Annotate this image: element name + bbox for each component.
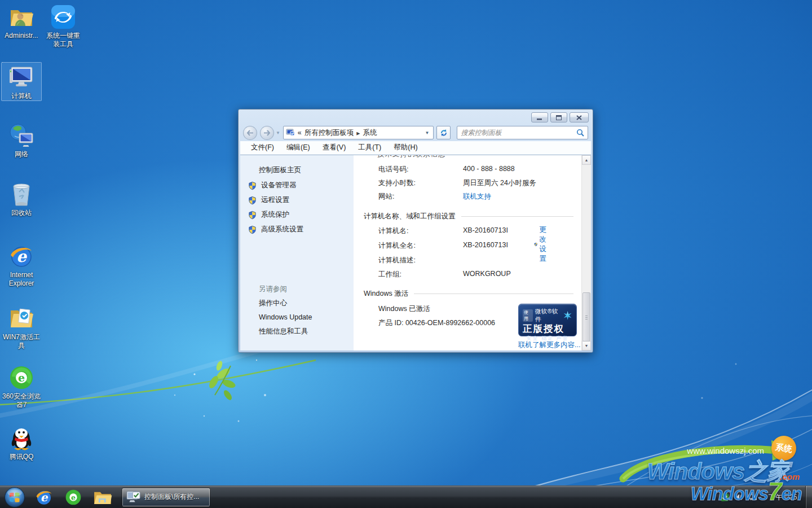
watermark-dotcom: .com (780, 472, 800, 481)
menu-file[interactable]: 文件(F) (245, 141, 280, 154)
tray-network-icon[interactable] (748, 493, 757, 502)
icon-label: 回收站 (1, 209, 42, 217)
internet-explorer-icon: e (8, 243, 35, 270)
refresh-icon (440, 129, 448, 137)
uac-shield-icon (248, 196, 257, 205)
icon-label: WIN7激活工 (1, 333, 42, 341)
forward-button[interactable] (260, 126, 274, 140)
icon-label: 360安全浏览 (1, 392, 42, 401)
phone-label: 电话号码: (378, 165, 463, 174)
icon-label: 系统一键重 (43, 32, 83, 40)
desktop-icon-reinstall-tool[interactable]: 系统一键重 装工具 (43, 3, 83, 49)
phone-value: 400 - 888 - 8888 (463, 165, 515, 174)
scroll-down-button[interactable]: ▼ (582, 341, 591, 351)
address-dropdown-icon[interactable]: ▼ (423, 130, 431, 135)
desktop-icon-recycle-bin[interactable]: 回收站 (1, 181, 42, 217)
back-button[interactable] (243, 126, 257, 140)
win7-activator-icon (8, 305, 35, 332)
genuine-software-badge[interactable]: 使用 微软®软件 正版授权 安全 稳定 声誉 (518, 304, 577, 336)
desktop-icon-network[interactable]: 网络 (1, 122, 42, 159)
taskbar: e e 控制面板\所有控... (0, 485, 812, 508)
minimize-icon (537, 115, 542, 120)
activation-status: Windows 已激活 (378, 304, 430, 314)
scroll-up-button[interactable]: ▲ (582, 155, 591, 165)
system-info-content: 技术支持的联系信息 电话号码: 400 - 888 - 8888 支持小时数: … (354, 155, 581, 351)
control-panel-task-icon (126, 491, 141, 504)
window-titlebar[interactable] (239, 110, 593, 124)
close-button[interactable] (570, 112, 589, 122)
icon-label: 腾讯QQ (1, 453, 42, 461)
taskbar-task-control-panel[interactable]: 控制面板\所有控... (122, 488, 210, 507)
maximize-icon (556, 115, 562, 120)
sidebar-item-windows-update[interactable]: Windows Update (240, 311, 354, 325)
desktop-icon-tencent-qq[interactable]: 腾讯QQ (1, 424, 42, 461)
sidebar-item-performance-tools[interactable]: 性能信息和工具 (240, 325, 354, 339)
scrollbar-thumb[interactable] (582, 292, 590, 341)
watermark-title: Windows之家 (647, 456, 789, 487)
desktop-icon-win7-activator[interactable]: WIN7激活工 具 (1, 305, 42, 350)
change-settings-link[interactable]: 更改设置 (539, 225, 551, 264)
refresh-button[interactable] (436, 126, 451, 139)
taskbar-internet-explorer[interactable]: e (29, 486, 59, 508)
breadcrumb-separator-icon: ▸ (356, 129, 360, 137)
sidebar-item-device-manager[interactable]: 设备管理器 (240, 178, 354, 192)
online-support-link[interactable]: 联机支持 (463, 192, 491, 202)
tray-volume-icon[interactable] (734, 493, 743, 502)
support-hours-row: 支持小时数: 周日至周六 24小时服务 (378, 178, 536, 188)
icon-label: Administr... (1, 32, 42, 40)
computer-name-row: 计算机名: XB-20160713I 更改设置 (378, 226, 508, 236)
badge-main-label: 正版授权 (523, 323, 572, 334)
taskbar-explorer-folder[interactable] (88, 486, 117, 508)
website-label: 网站: (378, 192, 463, 202)
computer-name-label: 计算机名: (378, 226, 463, 236)
menu-view[interactable]: 查看(V) (316, 141, 352, 154)
address-bar[interactable]: « 所有控制面板项 ▸ 系统 ▼ (283, 126, 434, 139)
svg-text:e: e (18, 371, 25, 384)
menu-tools[interactable]: 工具(T) (352, 141, 387, 154)
watermark-url: www.windowszj.com (687, 446, 764, 456)
desktop-icon-computer[interactable]: 计算机 (1, 62, 42, 101)
watermark-system-badge: 系统 (770, 434, 798, 462)
show-desktop-button[interactable] (805, 486, 812, 508)
desktop-icon-administrator[interactable]: Administr... (1, 3, 42, 40)
workgroup-label: 工作组: (378, 270, 463, 279)
computer-fullname-row: 计算机全名: XB-20160713I (378, 241, 508, 251)
breadcrumb-system[interactable]: 系统 (363, 128, 377, 138)
breadcrumb-chevrons[interactable]: « (298, 129, 302, 137)
internet-explorer-icon: e (34, 488, 54, 507)
maximize-button[interactable] (550, 112, 567, 122)
menu-help[interactable]: 帮助(H) (387, 141, 423, 154)
search-box[interactable] (457, 126, 588, 139)
sidebar-item-home[interactable]: 控制面板主页 (240, 164, 354, 178)
icon-label: Internet (1, 271, 42, 279)
sidebar-item-remote-settings[interactable]: 远程设置 (240, 193, 354, 207)
icon-label: 网络 (1, 150, 42, 159)
sidebar-item-action-center[interactable]: 操作中心 (240, 297, 354, 311)
tray-antivirus-icon[interactable] (720, 493, 729, 502)
website-row: 网站: 联机支持 (378, 192, 491, 202)
desktop-icon-360-browser[interactable]: e 360安全浏览 器7 (1, 364, 42, 409)
navigation-bar: ▼ « 所有控制面板项 ▸ 系统 ▼ (239, 124, 593, 141)
icon-label-line2: 器7 (1, 401, 42, 409)
history-dropdown-icon[interactable]: ▼ (276, 130, 280, 135)
breadcrumb-all-items[interactable]: 所有控制面板项 (304, 128, 354, 138)
start-button[interactable] (0, 486, 29, 508)
system-reinstall-tool-icon (50, 3, 77, 30)
search-input[interactable] (461, 129, 576, 137)
scrollbar-track[interactable] (582, 165, 591, 341)
back-arrow-icon (246, 130, 254, 136)
learn-more-online-link[interactable]: 联机了解更多内容... (518, 340, 580, 350)
sidebar-item-system-protection[interactable]: 系统保护 (240, 208, 354, 222)
system-control-panel-window: ▼ « 所有控制面板项 ▸ 系统 ▼ (238, 109, 593, 353)
uac-shield-icon (248, 225, 257, 234)
minimize-button[interactable] (531, 112, 548, 122)
taskbar-clock[interactable]: 下午 1:25 (762, 493, 803, 501)
user-folder-icon (8, 3, 35, 30)
uac-shield-icon (248, 211, 257, 220)
desktop-icon-internet-explorer[interactable]: e Internet Explorer (1, 243, 42, 288)
menu-edit[interactable]: 编辑(E) (280, 141, 316, 154)
taskbar-360-browser[interactable]: e (59, 486, 88, 508)
product-id-row: 产品 ID: 00426-OEM-8992662-00006 (378, 318, 495, 328)
sidebar-item-advanced-settings[interactable]: 高级系统设置 (240, 222, 354, 237)
vertical-scrollbar[interactable]: ▲ ▼ (581, 155, 591, 351)
